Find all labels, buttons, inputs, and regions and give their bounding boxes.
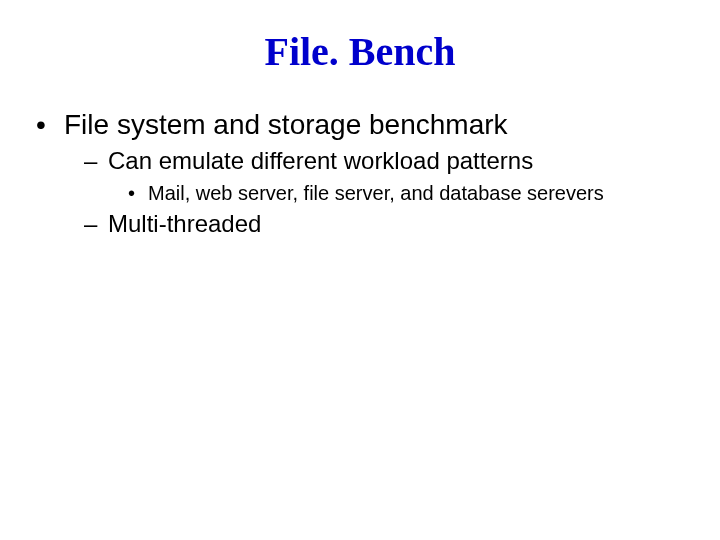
bullet-list-level1: File system and storage benchmark Can em… — [36, 107, 680, 240]
bullet-l3-text: Mail, web server, file server, and datab… — [148, 182, 604, 204]
bullet-list-level2: Can emulate different workload patterns … — [84, 145, 680, 240]
bullet-l2-text: Multi-threaded — [108, 210, 261, 237]
bullet-l1-item: File system and storage benchmark Can em… — [36, 107, 680, 240]
bullet-l2-item: Can emulate different workload patterns … — [84, 145, 680, 205]
slide: File. Bench File system and storage benc… — [0, 28, 720, 540]
bullet-l2-item: Multi-threaded — [84, 208, 680, 240]
slide-title: File. Bench — [0, 28, 720, 75]
bullet-l2-text: Can emulate different workload patterns — [108, 147, 533, 174]
bullet-l1-text: File system and storage benchmark — [64, 109, 508, 140]
bullet-list-level3: Mail, web server, file server, and datab… — [128, 180, 680, 206]
bullet-l3-item: Mail, web server, file server, and datab… — [128, 180, 680, 206]
slide-content: File system and storage benchmark Can em… — [0, 107, 720, 240]
